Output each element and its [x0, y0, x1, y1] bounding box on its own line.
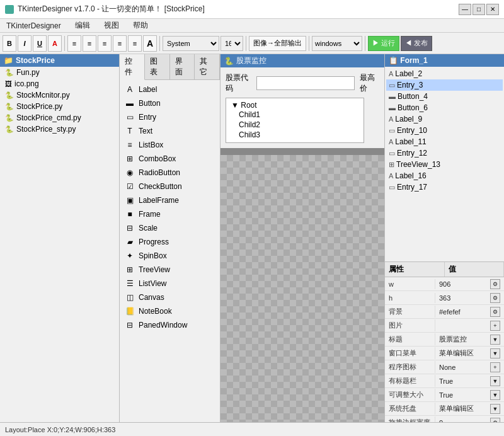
text-icon-button[interactable]: A	[143, 35, 157, 52]
justify-button[interactable]: ≡	[113, 35, 127, 52]
wt-label16[interactable]: A Label_16	[386, 170, 503, 181]
notebook-icon: 📒	[125, 306, 135, 316]
panedwindow-icon: ⊟	[125, 320, 135, 330]
tree-child3[interactable]: Child3	[229, 130, 361, 140]
props-row-3: 图片+	[385, 319, 504, 333]
close-button[interactable]: ✕	[486, 4, 499, 15]
widget-button-text: Button	[139, 99, 161, 108]
text-format-button[interactable]: ≡	[128, 35, 142, 52]
widget-panedwindow[interactable]: ⊟ PanedWindow	[120, 318, 220, 332]
wt-entry12[interactable]: ▭ Entry_12	[386, 147, 503, 159]
file-name-stockprice: StockPrice.py	[16, 102, 62, 111]
file-item-stockprice[interactable]: 🐍 StockPrice.py	[0, 101, 119, 112]
wt-label11-icon: A	[389, 138, 393, 146]
wt-entry17-icon: ▭	[389, 183, 395, 192]
menu-help[interactable]: 帮助	[129, 19, 152, 32]
menu-view[interactable]: 视图	[100, 19, 123, 32]
tab-ui[interactable]: 界面	[170, 54, 195, 79]
props-btn-10[interactable]: ⚙	[490, 418, 500, 423]
tab-charts[interactable]: 图表	[145, 54, 170, 79]
widget-text[interactable]: T Text	[120, 124, 220, 138]
wt-button4[interactable]: ▬ Button_4	[386, 91, 503, 102]
widget-spinbox[interactable]: ✦ SpinBox	[120, 249, 220, 263]
props-row-8: 可调整大小True▼	[385, 388, 504, 402]
form-entry-stock[interactable]	[256, 76, 355, 90]
widget-entry[interactable]: ▭ Entry	[120, 110, 220, 124]
widget-button[interactable]: ▬ Button	[120, 96, 220, 110]
widget-canvas[interactable]: ◫ Canvas	[120, 290, 220, 304]
file-item-fun[interactable]: 🐍 Fun.py	[0, 67, 119, 78]
treeview-icon: ⊞	[125, 265, 135, 275]
props-btn-3[interactable]: +	[490, 321, 500, 331]
tree-child2-label: Child2	[239, 120, 260, 129]
props-val-9: 菜单编辑区	[439, 404, 474, 413]
font-color-button[interactable]: A	[48, 35, 62, 52]
underline-button[interactable]: U	[33, 35, 47, 52]
maximize-button[interactable]: □	[472, 4, 485, 15]
file-item-stockmcnitor[interactable]: 🐍 StockMcnitor.py	[0, 89, 119, 101]
progress-icon: ▰	[125, 237, 135, 247]
widget-listbox[interactable]: ≡ ListBox	[120, 138, 220, 152]
align-center-button[interactable]: ≡	[83, 35, 96, 52]
align-right-button[interactable]: ≡	[98, 35, 112, 52]
props-btn-5[interactable]: ▼	[490, 348, 500, 359]
widget-combobox[interactable]: ⊞ ComboBox	[120, 152, 220, 166]
widget-notebook[interactable]: 📒 NoteBook	[120, 304, 220, 318]
props-btn-4[interactable]: ▼	[490, 335, 500, 345]
props-btn-7[interactable]: ▼	[490, 376, 500, 386]
size-select[interactable]: 16	[220, 36, 243, 51]
props-btn-8[interactable]: ▼	[490, 390, 500, 400]
wt-label2[interactable]: A Label_2	[386, 68, 503, 79]
props-btn-1[interactable]: ⚙	[490, 293, 500, 303]
wt-entry10-text: Entry_10	[397, 126, 427, 135]
widget-listview[interactable]: ☰ ListView	[120, 277, 220, 290]
tab-other[interactable]: 其它	[195, 54, 220, 79]
menu-tkinterdesigner[interactable]: TKinterDesigner	[3, 20, 65, 32]
file-item-stockprice-sty[interactable]: 🐍 StockPrice_sty.py	[0, 123, 119, 135]
props-btn-0[interactable]: ⚙	[490, 279, 500, 289]
wt-entry17[interactable]: ▭ Entry_17	[386, 181, 503, 193]
widget-scale[interactable]: ⊟ Scale	[120, 221, 220, 235]
wt-label11[interactable]: A Label_11	[386, 136, 503, 147]
tree-view[interactable]: ▼ Root Child1 Child2 Child3	[226, 98, 364, 143]
image-export-button[interactable]: 图像→全部输出	[249, 36, 306, 51]
run-button[interactable]: ▶ 运行	[368, 36, 399, 51]
wt-label9[interactable]: A Label_9	[386, 113, 503, 125]
tree-child1[interactable]: Child1	[229, 110, 361, 120]
widget-checkbutton-text: CheckButton	[139, 182, 182, 191]
widget-label[interactable]: A Label	[120, 83, 220, 96]
widget-labelframe[interactable]: ▣ LabelFrame	[120, 193, 220, 207]
tab-widgets[interactable]: 控件	[120, 54, 145, 80]
file-panel-icon: 📁	[4, 56, 13, 65]
wt-label9-text: Label_9	[395, 115, 422, 123]
tree-child2[interactable]: Child2	[229, 120, 361, 130]
props-val-wrapper-2: #efefef⚙	[435, 306, 504, 318]
widget-canvas-text: Canvas	[139, 293, 164, 302]
widget-treeview[interactable]: ⊞ TreeView	[120, 263, 220, 277]
file-item-ico[interactable]: 🖼 ico.png	[0, 78, 119, 89]
props-btn-9[interactable]: ▼	[490, 404, 500, 414]
label-icon: A	[125, 84, 135, 95]
props-row-4: 标题股票监控▼	[385, 333, 504, 347]
minimize-button[interactable]: —	[459, 4, 471, 15]
props-btn-6[interactable]: +	[490, 362, 500, 372]
italic-button[interactable]: I	[18, 35, 32, 52]
wt-entry10[interactable]: ▭ Entry_10	[386, 125, 503, 136]
canvas-area[interactable]: 🐍 股票监控 股票代码 最高价 ▼ Root Child1	[220, 54, 384, 422]
wt-button6[interactable]: ▬ Button_6	[386, 102, 503, 113]
wt-entry3[interactable]: ▭ Entry_3	[386, 79, 503, 91]
publish-button[interactable]: ◀ 发布	[401, 36, 432, 51]
platform-select[interactable]: windows	[312, 36, 362, 51]
widget-checkbutton[interactable]: ☑ CheckButton	[120, 180, 220, 193]
toolbar: B I U A ≡ ≡ ≡ ≡ ≡ A System 16 图像→全部输出 wi…	[0, 33, 504, 54]
menu-edit[interactable]: 编辑	[71, 19, 94, 32]
props-btn-2[interactable]: ⚙	[490, 307, 500, 317]
widget-radiobutton[interactable]: ◉ RadioButton	[120, 166, 220, 180]
align-left-button[interactable]: ≡	[67, 35, 81, 52]
wt-treeview13[interactable]: ⊞ TreeView_13	[386, 159, 503, 170]
bold-button[interactable]: B	[3, 35, 16, 52]
file-item-stockprice-cmd[interactable]: 🐍 StockPrice_cmd.py	[0, 112, 119, 123]
widget-frame[interactable]: ■ Frame	[120, 207, 220, 221]
font-select[interactable]: System	[163, 36, 219, 51]
widget-progress[interactable]: ▰ Progress	[120, 235, 220, 249]
